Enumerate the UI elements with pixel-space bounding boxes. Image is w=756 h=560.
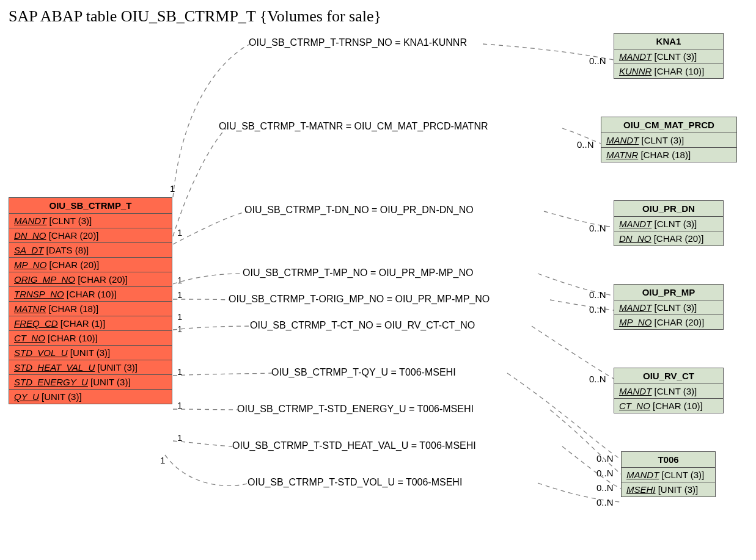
edge-label-2: OIU_SB_CTRMP_T-MATNR = OIU_CM_MAT_PRCD-M… — [219, 121, 488, 132]
er-diagram: SAP ABAP table OIU_SB_CTRMP_T {Volumes f… — [0, 0, 756, 560]
card-many: 0..N — [596, 497, 614, 507]
card-one: 1 — [177, 311, 182, 322]
edge-label-4: OIU_SB_CTRMP_T-MP_NO = OIU_PR_MP-MP_NO — [243, 267, 473, 278]
edge-label-8: OIU_SB_CTRMP_T-STD_ENERGY_U = T006-MSEHI — [237, 404, 474, 415]
card-many: 0..N — [589, 56, 606, 66]
entity-oiu-rv-ct: OIU_RV_CT MANDT [CLNT (3)] CT_NO [CHAR (… — [614, 368, 724, 413]
card-one: 1 — [177, 227, 182, 238]
card-one: 1 — [177, 400, 182, 410]
card-many: 0..N — [589, 374, 606, 384]
entity-t006: T006 MANDT [CLNT (3)] MSEHI [UNIT (3)] — [621, 451, 716, 497]
edge-label-6: OIU_SB_CTRMP_T-CT_NO = OIU_RV_CT-CT_NO — [250, 320, 475, 331]
card-one: 1 — [177, 432, 182, 443]
card-one: 1 — [170, 183, 175, 194]
card-many: 0..N — [589, 304, 606, 315]
edge-label-5: OIU_SB_CTRMP_T-ORIG_MP_NO = OIU_PR_MP-MP… — [229, 294, 490, 305]
card-many: 0..N — [589, 223, 606, 233]
entity-oiu-pr-mp: OIU_PR_MP MANDT [CLNT (3)] MP_NO [CHAR (… — [614, 284, 724, 330]
card-one: 1 — [177, 324, 182, 334]
entity-kna1: KNA1 MANDT [CLNT (3)] KUNNR [CHAR (10)] — [614, 33, 724, 79]
edge-label-3: OIU_SB_CTRMP_T-DN_NO = OIU_PR_DN-DN_NO — [244, 205, 474, 216]
entity-main-name: OIU_SB_CTRMP_T — [9, 198, 172, 214]
entity-oiu-pr-dn: OIU_PR_DN MANDT [CLNT (3)] DN_NO [CHAR (… — [614, 200, 724, 246]
entity-oiu-cm-mat-prcd: OIU_CM_MAT_PRCD MANDT [CLNT (3)] MATNR [… — [601, 117, 737, 162]
card-one: 1 — [177, 289, 182, 300]
card-many: 0..N — [589, 289, 606, 300]
edge-label-7: OIU_SB_CTRMP_T-QY_U = T006-MSEHI — [271, 367, 456, 378]
card-many: 0..N — [596, 482, 614, 493]
card-one: 1 — [177, 275, 182, 285]
edge-label-9: OIU_SB_CTRMP_T-STD_HEAT_VAL_U = T006-MSE… — [232, 440, 476, 451]
card-many: 0..N — [577, 139, 594, 150]
card-one: 1 — [177, 366, 182, 377]
card-many: 0..N — [596, 468, 614, 478]
card-one: 1 — [160, 455, 165, 465]
card-many: 0..N — [596, 453, 614, 464]
entity-main: OIU_SB_CTRMP_T MANDT [CLNT (3)] DN_NO [C… — [9, 197, 172, 404]
edge-label-10: OIU_SB_CTRMP_T-STD_VOL_U = T006-MSEHI — [248, 477, 462, 488]
edge-label-1: OIU_SB_CTRMP_T-TRNSP_NO = KNA1-KUNNR — [249, 37, 467, 48]
